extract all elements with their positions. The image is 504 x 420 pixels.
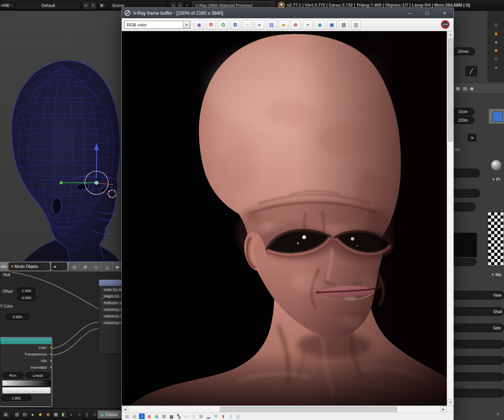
rgb-grid-icon[interactable]: ▦ <box>146 413 152 419</box>
object-icon[interactable]: ◆ <box>494 31 497 36</box>
clear-image-button[interactable]: ⊗ <box>291 20 300 30</box>
property-field-7[interactable] <box>448 389 504 397</box>
ramp-node-header[interactable] <box>0 338 51 344</box>
panel-header-pr[interactable]: ▼ Pr <box>492 177 500 182</box>
property-field-5[interactable] <box>448 356 504 365</box>
clip-end-field[interactable]: 200m <box>451 116 474 124</box>
ramp-color-mode[interactable]: RVA <box>2 372 24 378</box>
value-slider[interactable] <box>452 203 476 211</box>
editor-type-icon[interactable]: ▥ <box>14 411 20 417</box>
ramp-interpolation[interactable]: Lineal <box>25 372 50 378</box>
pan-tool-button[interactable]: + <box>303 20 313 30</box>
layout-selector[interactable]: Default <box>16 2 81 9</box>
minimize-button[interactable]: – <box>401 8 418 18</box>
node-input-row[interactable]: Reflection G <box>101 300 122 306</box>
property-field-2[interactable] <box>451 189 480 198</box>
maximize-button[interactable]: □ <box>418 8 436 18</box>
duplicate-icon[interactable]: ▤ <box>124 413 130 419</box>
filter2-icon[interactable]: ▽ <box>494 56 497 61</box>
node-output-row[interactable]: Transparencia <box>0 351 51 357</box>
snap-icon[interactable]: ◇ <box>91 262 101 271</box>
property-field-6[interactable] <box>448 373 504 381</box>
white-doc-icon[interactable]: ▯ <box>191 413 197 419</box>
sphere-icon[interactable]: ● <box>30 411 35 417</box>
mode-selector[interactable]: ■ Modo Objeto ↕ <box>9 262 50 270</box>
red-channel-button[interactable]: R <box>206 20 216 30</box>
letter-h-icon[interactable]: H <box>213 413 219 419</box>
lamp2-icon[interactable]: ● <box>495 65 497 70</box>
checker-icon[interactable]: ▚ <box>176 413 182 419</box>
node-input-row[interactable]: Anisotropy ( <box>101 313 122 319</box>
ramp-color-swatch[interactable] <box>2 387 51 394</box>
levels-icon[interactable]: ▆ <box>169 413 174 419</box>
pin-icon[interactable]: ◉ <box>470 86 474 91</box>
outliner-panel[interactable]: ▽◆●◆▽● <box>488 11 504 82</box>
compare-button[interactable]: ▥ <box>351 20 361 30</box>
alpha-channel-button[interactable]: ● <box>255 20 264 30</box>
scroll-up-button[interactable]: ▲ <box>447 31 454 38</box>
scroll-right-button[interactable]: ▶ <box>440 406 447 413</box>
remove-button[interactable]: × <box>468 134 476 142</box>
magnet-icon[interactable]: △ <box>102 262 112 271</box>
add-layout-button[interactable]: + <box>83 2 90 9</box>
layers-icon[interactable]: ▥ <box>132 413 137 419</box>
color-doc-icon[interactable]: ▨ <box>198 413 204 419</box>
node-output-row[interactable]: Color <box>0 344 51 351</box>
map-row-view[interactable]: View <box>448 291 504 299</box>
color-ramp-bar[interactable] <box>2 380 51 386</box>
lamp-icon[interactable]: ● <box>495 40 497 44</box>
property-field-1[interactable] <box>451 169 480 177</box>
rgb-channels-icon[interactable]: ◉ <box>194 20 204 30</box>
pivot-center-icon[interactable]: ◎ <box>69 262 79 271</box>
delete-layout-button[interactable]: × <box>90 2 97 9</box>
printer-icon[interactable]: ▤ <box>463 86 467 91</box>
active-tool-button[interactable]: ◉ Cristali <box>97 410 121 419</box>
horizontal-scroll-thumb[interactable] <box>220 407 397 412</box>
vertical-scrollbar[interactable]: ▲ ▼ <box>447 31 453 406</box>
node-output-row[interactable]: Alfa <box>0 357 51 364</box>
channel-dropdown[interactable]: RGB color ▼ <box>124 21 190 29</box>
clip-start-field[interactable]: 10cm <box>451 108 474 116</box>
load-image-button[interactable]: ▰ <box>279 20 288 30</box>
render-region-button[interactable]: ◉ <box>315 20 325 30</box>
panel-collapse-chevrons-icon[interactable]: » <box>495 412 502 415</box>
render-image-area[interactable] <box>122 31 447 406</box>
blue-doc-icon[interactable]: ▯ <box>228 413 234 419</box>
material-node[interactable]: Color Tex M Hilight Glo Reflection G <box>98 279 122 354</box>
shading-selector[interactable]: ● ↕ <box>51 262 67 270</box>
mono-channel-button[interactable]: ○ <box>242 20 252 30</box>
node-editor[interactable]: Mult Offset 1.000 0.000 Y Color 0.500 Co… <box>0 271 122 408</box>
color-ramp-node[interactable]: Color Transparencia Alfa Intensi <box>0 338 52 406</box>
panel-header-ma[interactable]: ▼ Ma <box>491 272 501 277</box>
output-socket[interactable] <box>50 359 53 362</box>
close-button[interactable]: × <box>436 8 453 18</box>
factor-field[interactable]: 0.500 <box>5 313 30 320</box>
snap-element-icon[interactable]: ◆ <box>37 411 43 417</box>
blue-channel-button[interactable]: B <box>230 20 240 30</box>
property-field-3[interactable] <box>451 258 476 266</box>
manipulator-icon[interactable]: ⊕ <box>80 262 90 271</box>
map-row-shad[interactable]: Shad <box>448 307 504 316</box>
layers-grid-icon[interactable]: ▦ <box>53 411 59 417</box>
histogram-icon[interactable]: ▂ <box>205 413 211 419</box>
node-input-row[interactable]: Anisotropy U <box>101 320 122 326</box>
ramp-position-field[interactable]: 1.681 <box>1 395 32 401</box>
output-socket[interactable] <box>50 366 53 369</box>
proportional-icon[interactable]: ◧ <box>61 411 67 417</box>
pixel-info-button[interactable]: ▦ <box>339 20 349 30</box>
mesh-icon[interactable]: ◆ <box>494 48 497 53</box>
node-input-row[interactable]: Color Tex M <box>101 287 122 292</box>
doc-icon[interactable]: ▯ <box>84 411 90 417</box>
node-input-row[interactable]: Hilight Glo <box>101 294 122 299</box>
vray-title-bar[interactable]: V-Ray frame buffer - [100% of 2160 x 384… <box>122 8 453 18</box>
output-socket[interactable] <box>50 353 53 355</box>
info-icon[interactable]: i <box>139 413 145 419</box>
camera-icon[interactable]: ▣ <box>456 86 460 91</box>
magnet-icon[interactable]: ◉ <box>45 411 51 417</box>
node-input-row[interactable]: Anisotropy ( <box>101 307 122 312</box>
save-image-button[interactable]: ▤ <box>267 20 276 30</box>
swatch-grid-icon[interactable]: ▦ <box>154 413 160 419</box>
edit-pencil-button[interactable]: ╱ <box>465 66 477 76</box>
scroll-left-button[interactable]: ◀ <box>122 406 128 413</box>
horizontal-scrollbar[interactable]: ◀ ▶ <box>122 406 447 412</box>
